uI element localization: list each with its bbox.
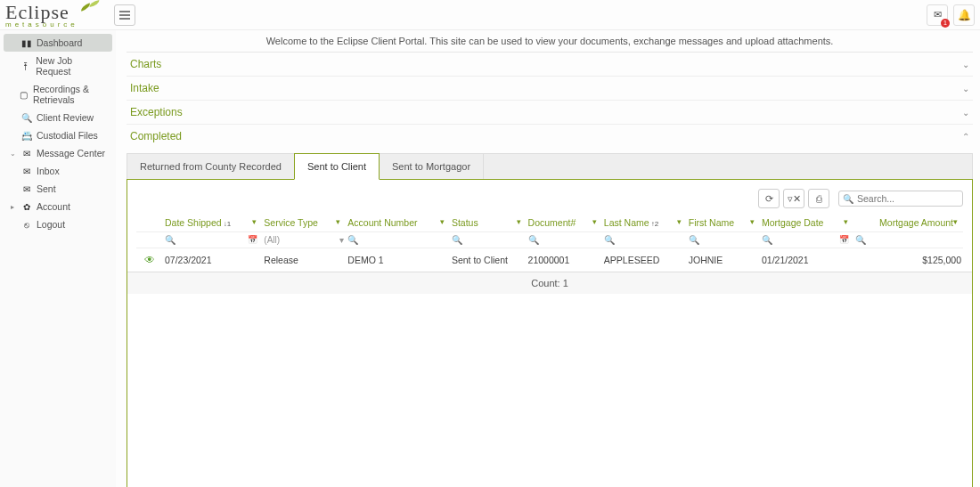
sidebar-label: Recordings & Retrievals [33, 84, 107, 105]
topbar: Eclipse metasource ✉ 1 🔔 [0, 0, 980, 30]
search-input[interactable] [857, 193, 955, 204]
filter-icon[interactable]: ▾ [592, 217, 597, 226]
filter-clear-icon: ▿✕ [788, 193, 801, 205]
col-mortgage-date[interactable]: Mortgage Date▾ [760, 214, 853, 232]
filter-date-shipped[interactable]: 🔍📅 [163, 232, 262, 248]
tab-panel-sent-client: ⟳ ▿✕ ⎙ 🔍 Date Shipped↓1▾ Service Type▾ A… [127, 179, 973, 487]
sidebar-item-account[interactable]: ▸ ✿ Account [4, 198, 112, 215]
col-last-name[interactable]: Last Name↑2▾ [602, 214, 687, 232]
sidebar-label: Sent [37, 183, 56, 194]
sort-desc-icon: ↓1 [224, 220, 231, 228]
chevron-down-icon: ⌄ [962, 84, 969, 93]
tab-sent-client[interactable]: Sent to Client [294, 153, 380, 180]
search-icon: 🔍 [21, 113, 31, 123]
filter-account-number[interactable]: 🔍 [346, 232, 450, 248]
envelope-icon: ✉ [21, 149, 31, 158]
view-icon[interactable]: 👁 [144, 254, 155, 266]
filter-icon[interactable]: ▾ [252, 217, 257, 226]
bell-icon: 🔔 [958, 9, 971, 21]
filter-icon[interactable]: ▾ [750, 217, 755, 226]
chevron-down-icon: ⌄ [962, 60, 969, 69]
exit-icon: ⎋ [21, 220, 31, 230]
sidebar-item-custodial[interactable]: 📇 Custodial Files [4, 126, 112, 144]
sidebar-label: Custodial Files [37, 130, 98, 141]
sidebar-item-sent[interactable]: ✉ Sent [4, 180, 112, 198]
chevron-down-icon: ⌄ [9, 150, 16, 158]
sidebar-label: Logout [37, 219, 65, 230]
col-status[interactable]: Status▾ [450, 214, 527, 232]
top-right-actions: ✉ 1 🔔 [927, 4, 975, 26]
col-first-name[interactable]: First Name▾ [687, 214, 760, 232]
sidebar-item-client-review[interactable]: 🔍 Client Review [4, 109, 112, 126]
grid-search[interactable]: 🔍 [838, 191, 963, 207]
grid-count: Count: 1 [127, 272, 972, 294]
filter-service-type[interactable]: (All)▾ [262, 232, 346, 248]
sidebar-item-recordings[interactable]: ▢ Recordings & Retrievals [4, 80, 112, 109]
export-button[interactable]: ⎙ [808, 189, 829, 208]
filter-mortgage-amount[interactable]: 🔍 [853, 232, 963, 248]
sidebar-label: New Job Request [36, 55, 107, 77]
tab-returned-county[interactable]: Returned from County Recorded [127, 154, 295, 179]
document-icon: ▢ [20, 90, 28, 100]
section-exceptions[interactable]: Exceptions ⌄ [127, 101, 973, 125]
sidebar-item-logout[interactable]: ⎋ Logout [4, 215, 112, 233]
messages-button[interactable]: ✉ 1 [927, 4, 948, 26]
filter-icon[interactable]: ▾ [440, 217, 445, 226]
gear-icon: ✿ [21, 202, 31, 212]
tab-sent-mortgagor[interactable]: Sent to Mortgagor [380, 154, 484, 179]
main-content: Welcome to the Eclipse Client Portal. Th… [116, 30, 980, 487]
leaf-icon [80, 1, 105, 17]
filter-mortgage-date[interactable]: 🔍📅 [760, 232, 853, 248]
sidebar-item-inbox[interactable]: ✉ Inbox [4, 162, 112, 180]
filter-row: 🔍📅 (All)▾ 🔍 🔍 🔍 🔍 🔍 🔍📅 🔍 [136, 232, 963, 248]
table-row[interactable]: 👁 07/23/2021 Release DEMO 1 Sent to Clie… [136, 248, 963, 272]
cell-first-name: JOHNIE [687, 248, 760, 272]
filter-first-name[interactable]: 🔍 [687, 232, 760, 248]
filter-status[interactable]: 🔍 [450, 232, 527, 248]
sidebar-label: Message Center [37, 148, 105, 158]
filter-last-name[interactable]: 🔍 [602, 232, 687, 248]
filter-icon[interactable]: ▾ [517, 217, 521, 226]
chevron-down-icon: ⌄ [962, 108, 969, 118]
filter-document-no[interactable]: 🔍 [527, 232, 602, 248]
col-mortgage-amount[interactable]: Mortgage Amount▾ [853, 214, 963, 232]
export-icon: ⎙ [816, 193, 822, 204]
search-icon: 🔍 [347, 235, 358, 245]
filter-icon[interactable]: ▾ [953, 217, 958, 226]
refresh-button[interactable]: ⟳ [758, 189, 780, 208]
sidebar-item-message-center[interactable]: ⌄ ✉ Message Center [4, 144, 112, 162]
filter-icon[interactable]: ▾ [336, 217, 340, 226]
section-charts[interactable]: Charts ⌄ [127, 53, 973, 77]
refresh-icon: ⟳ [765, 193, 773, 205]
completed-tabs: Returned from County Recorded Sent to Cl… [127, 153, 973, 179]
alerts-button[interactable]: 🔔 [953, 4, 975, 26]
clear-filter-button[interactable]: ▿✕ [783, 189, 804, 208]
section-intake[interactable]: Intake ⌄ [127, 77, 973, 101]
filter-icon[interactable]: ▾ [844, 217, 848, 226]
section-completed[interactable]: Completed ⌃ [127, 125, 973, 148]
chevron-up-icon: ⌃ [962, 132, 969, 142]
filter-icon[interactable]: ▾ [677, 217, 682, 226]
sidebar-item-new-job[interactable]: ⭱ New Job Request [4, 52, 112, 80]
col-document-no[interactable]: Document#▾ [527, 214, 602, 232]
cell-last-name: APPLESEED [602, 248, 687, 272]
sidebar-label: Account [37, 201, 70, 212]
envelope-icon: ✉ [21, 184, 31, 194]
welcome-text: Welcome to the Eclipse Client Portal. Th… [127, 30, 973, 52]
sidebar-item-dashboard[interactable]: ▮▮ Dashboard [4, 34, 112, 52]
cell-mortgage-date: 01/21/2021 [760, 248, 853, 272]
sidebar-label: Dashboard [37, 37, 82, 48]
logo-sub: metasource [5, 20, 78, 28]
search-icon: 🔍 [604, 235, 615, 245]
sidebar-label: Inbox [37, 166, 60, 176]
cell-account-number: DEMO 1 [346, 248, 450, 272]
menu-toggle-button[interactable] [114, 4, 135, 26]
col-service-type[interactable]: Service Type▾ [262, 214, 346, 232]
bar-chart-icon: ▮▮ [21, 38, 31, 48]
cell-mortgage-amount: $125,000 [853, 248, 963, 272]
col-date-shipped[interactable]: Date Shipped↓1▾ [163, 214, 262, 232]
col-account-number[interactable]: Account Number▾ [346, 214, 450, 232]
briefcase-icon: 📇 [21, 131, 31, 141]
sidebar-label: Client Review [37, 112, 94, 123]
section-title: Completed [130, 130, 182, 142]
